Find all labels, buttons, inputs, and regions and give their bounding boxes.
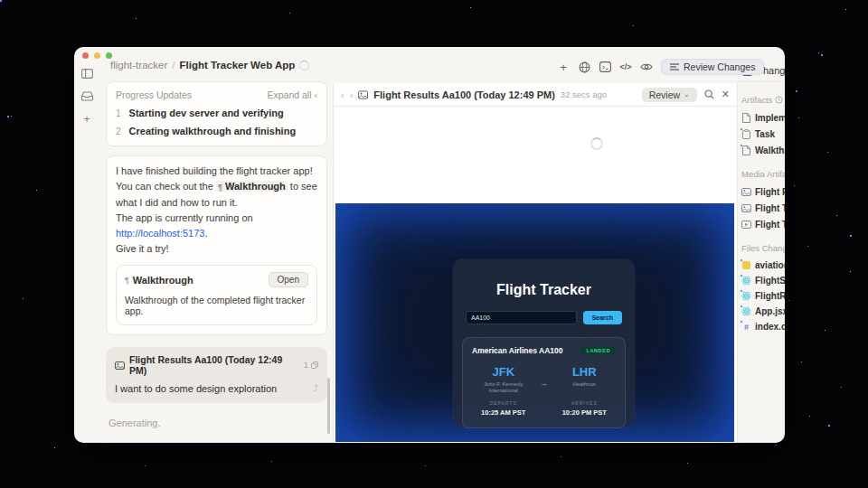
react-file-icon [741,276,751,286]
new-chat-icon[interactable]: + [80,112,93,125]
preview-pane: ‹ › Flight Results Aa100 (Today 12:49 PM… [333,83,737,443]
file-item-flightresults[interactable]: FlightResults.jsx [741,288,785,304]
modified-dot [740,258,743,262]
file-item-app-jsx[interactable]: App.jsx [741,304,785,319]
close-window-button[interactable] [82,52,89,59]
search-icon[interactable] [704,89,714,99]
top-toolbar: + </> Review Changes [557,58,764,76]
preview-header: ‹ › Flight Results Aa100 (Today 12:49 PM… [334,83,737,107]
progress-updates-title: Progress Updates [116,89,192,100]
modified-dot [740,289,743,293]
terminal-icon[interactable] [599,61,611,74]
flight-search-input[interactable] [466,311,577,324]
flight-result-card: American Airlines AA100 LANDED JFK John … [462,337,626,428]
localhost-link[interactable]: http://localhost:5173 [116,228,204,239]
review-changes-label: Review Changes [684,61,755,72]
preview-title: Flight Results Aa100 (Today 12:49 PM) [373,89,555,100]
flight-name: American Airlines AA100 [472,346,562,355]
flight-app-title: Flight Tracker [453,282,635,298]
eye-icon[interactable] [640,61,653,74]
forward-icon[interactable]: › [350,89,354,100]
css-file-icon: # [741,322,751,332]
document-icon [741,113,751,123]
artifact-item-task[interactable]: Task [741,126,785,142]
close-preview-icon[interactable]: ✕ [722,89,730,100]
collapse-chevron-icon: ‹ [315,89,318,100]
departure-time: 10:25 AM PST [481,408,525,417]
minimize-window-button[interactable] [94,52,100,59]
assistant-message-card: I have finished building the flight trac… [106,155,327,335]
history-icon [775,96,783,104]
loading-spinner [299,61,309,70]
zoom-window-button[interactable] [106,52,112,59]
back-icon[interactable]: ‹ [341,89,344,100]
departs-label: DEPARTS [490,400,517,406]
media-item-flight-tracker-video[interactable]: Flight Tracker [741,216,785,232]
flight-status-badge: LANDED [580,346,616,355]
unread-dot [740,144,743,147]
image-icon [741,187,751,197]
breadcrumb-project[interactable]: flight-tracker [110,60,167,70]
app-window: + flight-tracker / Flight Tracker Web Ap… [74,47,785,443]
flight-app-panel: Flight Tracker Search American Airlines … [453,259,635,427]
expand-all-button[interactable]: Expand all ‹ [267,89,317,100]
route-arrow-icon: → [535,379,553,417]
copy-icon[interactable] [311,361,318,369]
browser-icon[interactable] [578,61,590,74]
js-file-icon [741,260,751,270]
file-item-flightsearch[interactable]: FlightSearch.jsx [741,273,785,288]
video-icon [741,220,751,230]
document-icon [741,145,751,155]
departure-code: JFK [492,365,514,379]
open-walkthrough-button[interactable]: Open [269,272,308,287]
artifact-item-implementation[interactable]: Implementation [741,109,785,126]
arrival-airport: Heathrow [556,381,612,394]
artifact-item-walkthrough[interactable]: Walkthrough [741,142,785,158]
chat-scrollbar[interactable] [327,378,330,434]
generating-status: Generating. [108,418,327,428]
walkthrough-card-title: Walkthrough [133,275,193,286]
window-controls [82,52,112,59]
starfield-blue [0,0,2,2]
walkthrough-card: ¶ Walkthrough Open Walkthrough of the co… [116,265,317,325]
user-message-card: Flight Results Aa100 (Today 12:49 PM) 1 … [106,347,327,403]
toggle-sidebar-icon[interactable] [80,67,93,80]
walkthrough-chip[interactable]: ¶ Walkthrough [216,181,288,192]
attachment-label[interactable]: Flight Results Aa100 (Today 12:49 PM) [129,354,299,376]
preview-loading-spinner [590,137,603,150]
arrival-code: LHR [572,365,597,379]
changes-sidebar: Changes Artifacts Implementation Task [737,47,785,443]
clipboard-icon [741,129,751,139]
chat-panel: Progress Updates Expand all ‹ 1 Starting… [99,80,333,443]
assistant-message-text: I have finished building the flight trac… [116,164,317,257]
review-changes-button[interactable]: Review Changes [661,59,764,75]
left-icon-rail: + [74,63,99,443]
media-item-flight-results[interactable]: Flight Results [741,183,785,200]
walkthrough-icon: ¶ [218,183,222,192]
sidebar-divider [737,81,785,82]
progress-item[interactable]: 2 Creating walkthrough and finishing [116,126,317,136]
file-item-index-css[interactable]: # index.css [741,319,785,334]
media-item-flight-tracker[interactable]: Flight Tracker [741,200,785,216]
progress-item[interactable]: 1 Starting dev server and verifying [116,108,317,118]
departure-leg: JFK John F. Kennedy International DEPART… [472,365,535,417]
flight-search-button[interactable]: Search [583,311,622,324]
diff-list-icon [670,63,679,70]
walkthrough-icon: ¶ [125,276,129,285]
add-icon[interactable]: + [557,61,570,74]
reply-icon[interactable]: ⤴ [314,383,318,394]
flight-app-screenshot: Flight Tracker Search American Airlines … [335,203,734,442]
image-icon [741,203,751,213]
walkthrough-description: Walkthrough of the completed flight trac… [125,295,308,316]
inbox-icon[interactable] [80,89,93,102]
media-artifacts-section-title: Media Artifacts [741,169,785,179]
preview-body: Flight Tracker Search American Airlines … [334,107,737,442]
file-item-aviationservice[interactable]: aviationService.js [741,258,785,273]
modified-dot [740,274,743,277]
progress-updates-card: Progress Updates Expand all ‹ 1 Starting… [106,81,327,146]
preview-timestamp: 32 secs ago [561,89,607,99]
departure-airport: John F. Kennedy International [476,381,532,394]
code-icon[interactable]: </> [619,61,632,74]
breadcrumb-title[interactable]: Flight Tracker Web App [179,60,295,70]
review-dropdown[interactable]: Review ⌄ [642,88,697,102]
